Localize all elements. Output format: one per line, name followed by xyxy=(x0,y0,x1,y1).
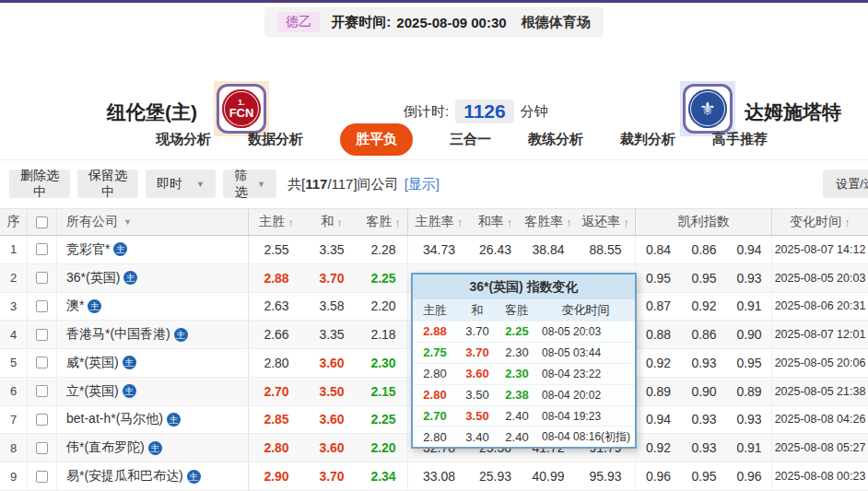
company-name[interactable]: 伟*(直布罗陀) xyxy=(66,439,145,456)
tab-win-draw-lose[interactable]: 胜平负 xyxy=(340,123,413,156)
row-seq: 5 xyxy=(0,349,28,377)
popup-row: 2.88 3.70 2.25 08-05 20:03 xyxy=(413,321,635,343)
row-checkbox[interactable] xyxy=(36,442,48,454)
home-win-odds: 2.70 xyxy=(249,378,304,405)
tab-live-analysis[interactable]: 现场分析 xyxy=(156,131,211,148)
kickoff-label: 开赛时间: xyxy=(331,14,391,31)
kelly-away: 0.93 xyxy=(727,406,772,434)
kelly-home: 0.87 xyxy=(636,293,681,321)
company-name[interactable]: 竞彩官* xyxy=(66,241,110,258)
company-name[interactable]: bet-at-h*(马尔他) xyxy=(66,411,163,427)
row-checkbox[interactable] xyxy=(36,414,48,426)
popup-change-time: 08-04 23:22 xyxy=(536,368,635,380)
delete-selected-button[interactable]: 删除选中 xyxy=(9,170,70,198)
kelly-away: 0.96 xyxy=(727,462,772,490)
row-checkbox[interactable] xyxy=(36,329,48,341)
col-away-rate[interactable]: 客胜率↑ xyxy=(521,209,576,235)
tab-coach-analysis[interactable]: 教练分析 xyxy=(528,131,583,148)
col-seq: 序 xyxy=(0,209,28,235)
kickoff-time: 2025-08-09 00:30 xyxy=(396,15,506,30)
home-win-odds: 2.63 xyxy=(249,293,304,321)
fcn-logo-line2: FCN xyxy=(229,107,254,120)
odds-table-header: 序 所有公司▼ 主胜↑ 和↑ 客胜↑ 主胜率↑ 和率↑ 客胜率↑ 返还率↑ 凯利… xyxy=(0,208,868,236)
chevron-down-icon: ▼ xyxy=(257,180,265,189)
row-checkbox[interactable] xyxy=(36,243,48,255)
popup-draw-odds: 3.50 xyxy=(457,409,498,423)
keep-selected-button[interactable]: 保留选中 xyxy=(77,170,138,198)
select-all-cell xyxy=(28,209,57,235)
show-link[interactable]: [显示] xyxy=(405,176,440,192)
popup-draw-odds: 3.70 xyxy=(457,324,498,338)
draw-odds: 3.70 xyxy=(304,462,359,490)
kelly-draw: 0.90 xyxy=(681,378,727,405)
row-checkbox[interactable] xyxy=(36,300,48,312)
popup-row: 2.80 3.50 2.38 08-04 20:02 xyxy=(413,385,635,406)
away-win-odds: 2.20 xyxy=(359,293,408,321)
company-name[interactable]: 威*(英国) xyxy=(66,355,119,371)
popup-home-odds: 2.88 xyxy=(413,324,457,338)
row-checkbox[interactable] xyxy=(36,471,48,483)
popup-home-odds: 2.80 xyxy=(413,388,457,402)
row-seq: 3 xyxy=(0,293,28,321)
sort-up-icon: ↑ xyxy=(507,216,513,229)
change-time: 2025-08-08 05:27 xyxy=(772,434,868,462)
col-change-time[interactable]: 变化时间↑ xyxy=(772,209,868,235)
change-time: 2025-08-07 14:12 xyxy=(772,236,868,263)
row-checkbox-cell xyxy=(28,462,57,490)
company-cell: 易*(安提瓜和巴布达)主 xyxy=(57,462,249,490)
row-seq: 2 xyxy=(0,264,28,292)
change-time: 2025-08-08 00:23 xyxy=(772,462,868,490)
company-name[interactable]: 易*(安提瓜和巴布达) xyxy=(66,468,183,485)
tab-data-analysis[interactable]: 数据分析 xyxy=(248,131,303,148)
col-away-win[interactable]: 客胜↑ xyxy=(359,209,408,235)
company-cell: 伟*(直布罗陀)主 xyxy=(57,434,249,462)
kelly-away: 0.90 xyxy=(727,321,772,348)
draw-odds: 3.60 xyxy=(304,406,359,434)
popup-draw-odds: 3.40 xyxy=(457,430,498,444)
row-checkbox[interactable] xyxy=(36,357,48,368)
popup-col-away-win: 客胜 xyxy=(498,302,536,319)
tab-three-in-one[interactable]: 三合一 xyxy=(450,131,491,148)
col-return-rate[interactable]: 返还率↑ xyxy=(576,209,636,235)
chevron-down-icon: ▼ xyxy=(123,217,132,227)
col-label: 和率 xyxy=(478,214,504,230)
filter-dropdown[interactable]: 筛选▼ xyxy=(223,170,276,198)
company-name[interactable]: 香港马*(中国香港) xyxy=(66,326,170,343)
row-checkbox-cell xyxy=(28,236,57,263)
row-checkbox[interactable] xyxy=(36,272,48,284)
instant-odds-dropdown[interactable]: 即时▼ xyxy=(146,170,216,198)
popup-col-change-time: 变化时间 xyxy=(536,302,635,319)
col-home-win[interactable]: 主胜↑ xyxy=(249,209,304,235)
col-company[interactable]: 所有公司▼ xyxy=(57,209,249,235)
tab-expert-picks[interactable]: 高手推荐 xyxy=(712,131,768,148)
popup-away-odds: 2.30 xyxy=(498,367,536,380)
home-win-odds: 2.90 xyxy=(249,462,304,490)
popup-away-odds: 2.40 xyxy=(498,430,536,444)
company-name[interactable]: 澳* xyxy=(66,298,84,314)
filter-label: 筛选 xyxy=(234,168,248,201)
col-label: 凯利指数 xyxy=(678,214,730,230)
settings-select-button[interactable]: 设置/选择 xyxy=(823,170,868,198)
count-rest: /117]间公司 xyxy=(327,176,398,192)
company-name[interactable]: 36*(英国) xyxy=(66,270,120,286)
chevron-down-icon: ▼ xyxy=(196,180,205,189)
popup-row: 2.75 3.70 2.30 08-05 03:44 xyxy=(413,343,635,364)
home-badge-icon: 主 xyxy=(123,356,136,369)
company-name[interactable]: 立*(英国) xyxy=(66,383,119,400)
away-win-odds: 2.30 xyxy=(359,349,408,377)
col-draw-rate[interactable]: 和率↑ xyxy=(470,209,521,235)
col-label: 变化时间 xyxy=(790,214,841,230)
draw-rate: 26.43 xyxy=(470,236,521,263)
away-win-odds: 2.25 xyxy=(359,406,408,434)
company-cell: 香港马*(中国香港)主 xyxy=(57,321,249,348)
col-draw[interactable]: 和↑ xyxy=(304,209,359,235)
row-checkbox[interactable] xyxy=(36,385,48,397)
draw-odds: 3.50 xyxy=(304,378,359,405)
home-win-odds: 2.55 xyxy=(249,236,304,263)
countdown-unit: 分钟 xyxy=(521,103,548,121)
tab-referee-analysis[interactable]: 裁判分析 xyxy=(620,131,675,148)
company-cell: 竞彩官*主 xyxy=(57,236,249,263)
odds-change-popup: 36*(英国) 指数变化 主胜 和 客胜 变化时间 2.88 3.70 2.25… xyxy=(411,273,637,449)
col-home-rate[interactable]: 主胜率↑ xyxy=(408,209,470,235)
select-all-checkbox[interactable] xyxy=(36,216,48,228)
